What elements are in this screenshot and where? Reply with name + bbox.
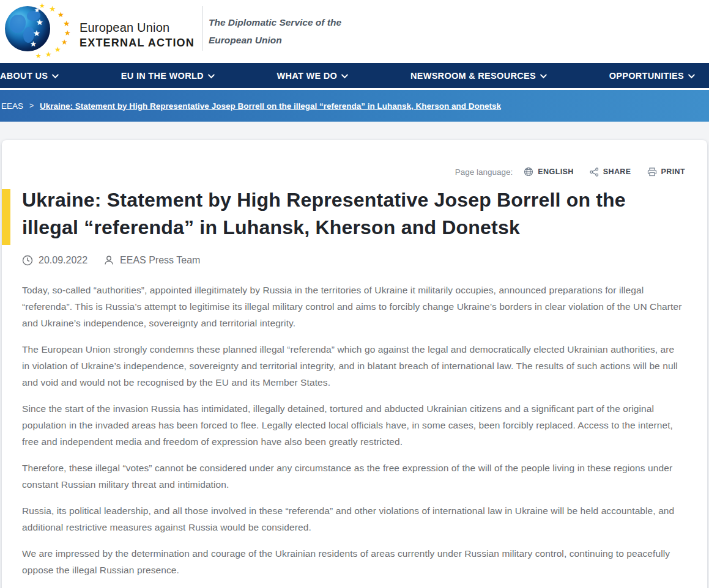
main-navigation: ABOUT US EU IN THE WORLD WHAT WE DO NEWS… (0, 63, 709, 90)
eu-star-icon: ★ (30, 40, 37, 48)
eu-star-icon: ★ (58, 11, 64, 18)
chevron-down-icon (208, 71, 215, 78)
author-text: EEAS Press Team (120, 255, 200, 266)
page-language-label: Page language: (455, 167, 513, 177)
eu-star-icon: ★ (39, 2, 45, 9)
eu-star-icon: ★ (36, 18, 43, 26)
nav-item-eu-in-the-world[interactable]: EU IN THE WORLD (121, 71, 213, 81)
print-icon (647, 167, 657, 177)
header-divider (202, 6, 202, 51)
site-header: ★ ★ ★ ★ ★ ★ ★ ★ ★ ★ ★ ★ ★ European Union… (0, 0, 709, 63)
article-paragraph: The European Union strongly condemns the… (22, 341, 683, 391)
logo-text-line2: EXTERNAL ACTION (80, 37, 195, 50)
chevron-down-icon (341, 71, 348, 78)
nav-item-what-we-do[interactable]: WHAT WE DO (277, 71, 347, 81)
print-label: PRINT (661, 167, 686, 176)
chevron-down-icon (540, 71, 547, 78)
page-toolbar: Page language: ENGLISH (2, 140, 707, 177)
page-title: Ukraine: Statement by High Representativ… (22, 186, 670, 241)
nav-label: WHAT WE DO (277, 71, 338, 81)
nav-item-newsroom-resources[interactable]: NEWSROOM & RESOURCES (410, 71, 545, 81)
article-body: Today, so-called “authorities”, appointe… (22, 282, 683, 578)
breadcrumb-current-link[interactable]: Ukraine: Statement by High Representativ… (40, 101, 501, 111)
eu-star-icon: ★ (54, 46, 61, 53)
logo-text-line1: European Union (80, 21, 195, 35)
share-button[interactable]: SHARE (590, 167, 631, 177)
eu-star-icon: ★ (45, 51, 52, 58)
article-card: Page language: ENGLISH (2, 140, 707, 588)
globe-logo-icon (5, 6, 50, 51)
tagline-line2: European Union (209, 31, 341, 49)
article-paragraph: Therefore, these illegal “votes” cannot … (22, 460, 683, 493)
eu-star-icon: ★ (33, 29, 40, 37)
breadcrumb-root-link[interactable]: EEAS (1, 101, 23, 111)
date-text: 20.09.2022 (39, 255, 87, 266)
eu-star-icon: ★ (61, 39, 68, 46)
eu-star-icon: ★ (64, 29, 71, 37)
author: EEAS Press Team (103, 255, 200, 266)
eeas-logo[interactable]: ★ ★ ★ ★ ★ ★ ★ ★ ★ ★ ★ ★ ★ European Union… (2, 4, 204, 60)
share-label: SHARE (603, 167, 631, 176)
main-content-area: Page language: ENGLISH (0, 122, 709, 588)
print-button[interactable]: PRINT (647, 167, 686, 177)
nav-label: NEWSROOM & RESOURCES (410, 71, 536, 81)
article-paragraph: Russia, its political leadership, and al… (22, 502, 683, 535)
eu-star-icon: ★ (63, 20, 70, 28)
article-paragraph: Today, so-called “authorities”, appointe… (22, 282, 683, 331)
nav-item-about-us[interactable]: ABOUT US (0, 71, 57, 81)
clock-icon (22, 255, 33, 266)
nav-label: ABOUT US (0, 71, 48, 81)
globe-icon (524, 167, 533, 177)
share-icon (590, 167, 599, 177)
article-meta: 20.09.2022 EEAS Press Team (22, 255, 707, 266)
header-tagline: The Diplomatic Service of the European U… (209, 13, 341, 49)
person-icon (103, 255, 114, 266)
breadcrumb-separator: > (29, 101, 34, 110)
title-block: Ukraine: Statement by High Representativ… (2, 186, 707, 241)
chevron-down-icon (688, 71, 695, 78)
nav-label: EU IN THE WORLD (121, 71, 204, 81)
language-selector[interactable]: ENGLISH (524, 167, 573, 177)
language-label: ENGLISH (538, 167, 573, 176)
tagline-line1: The Diplomatic Service of the (209, 13, 341, 31)
breadcrumb: EEAS > Ukraine: Statement by High Repres… (0, 90, 709, 122)
article-paragraph: Since the start of the invasion Russia h… (22, 400, 683, 450)
eu-star-icon: ★ (49, 5, 56, 13)
publish-date: 20.09.2022 (22, 255, 87, 266)
chevron-down-icon (52, 71, 59, 78)
nav-item-opportunities[interactable]: OPPORTUNITIES (609, 71, 693, 81)
eu-star-icon: ★ (35, 53, 42, 59)
nav-label: OPPORTUNITIES (609, 71, 684, 81)
yellow-accent-bar (2, 189, 10, 245)
article-paragraph: We are impressed by the determination an… (22, 545, 683, 578)
